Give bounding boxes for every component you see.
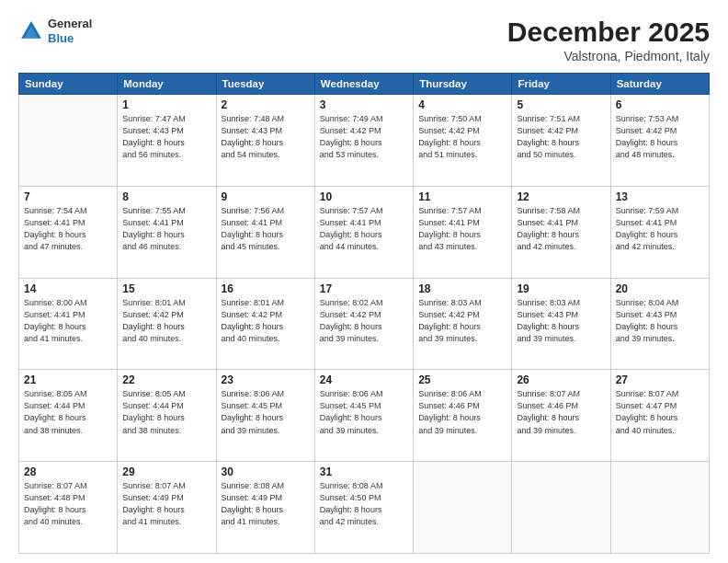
cell-info: Sunrise: 8:02 AM Sunset: 4:42 PM Dayligh…	[320, 297, 408, 345]
table-row: 22Sunrise: 8:05 AM Sunset: 4:44 PM Dayli…	[118, 370, 216, 462]
day-number: 17	[320, 282, 408, 295]
cell-info: Sunrise: 8:05 AM Sunset: 4:44 PM Dayligh…	[122, 388, 210, 436]
table-row: 9Sunrise: 7:56 AM Sunset: 4:41 PM Daylig…	[216, 186, 314, 278]
cell-info: Sunrise: 8:06 AM Sunset: 4:46 PM Dayligh…	[418, 388, 506, 436]
cell-info: Sunrise: 8:05 AM Sunset: 4:44 PM Dayligh…	[24, 388, 112, 436]
table-row: 20Sunrise: 8:04 AM Sunset: 4:43 PM Dayli…	[610, 278, 709, 370]
calendar-week-row: 14Sunrise: 8:00 AM Sunset: 4:41 PM Dayli…	[19, 278, 710, 370]
logo: General Blue	[18, 17, 92, 45]
day-number: 15	[122, 282, 210, 295]
table-row: 17Sunrise: 8:02 AM Sunset: 4:42 PM Dayli…	[314, 278, 413, 370]
cell-info: Sunrise: 8:03 AM Sunset: 4:43 PM Dayligh…	[517, 297, 605, 345]
cell-info: Sunrise: 8:07 AM Sunset: 4:48 PM Dayligh…	[24, 480, 112, 528]
table-row: 26Sunrise: 8:07 AM Sunset: 4:46 PM Dayli…	[512, 370, 610, 462]
table-row: 12Sunrise: 7:58 AM Sunset: 4:41 PM Dayli…	[512, 186, 610, 278]
table-row: 4Sunrise: 7:50 AM Sunset: 4:42 PM Daylig…	[414, 95, 512, 187]
day-number: 2	[222, 98, 310, 111]
cell-info: Sunrise: 8:07 AM Sunset: 4:46 PM Dayligh…	[517, 388, 605, 436]
day-number: 25	[418, 373, 506, 386]
table-row: 10Sunrise: 7:57 AM Sunset: 4:41 PM Dayli…	[314, 186, 413, 278]
calendar-week-row: 7Sunrise: 7:54 AM Sunset: 4:41 PM Daylig…	[19, 186, 710, 278]
cell-info: Sunrise: 8:01 AM Sunset: 4:42 PM Dayligh…	[122, 297, 210, 345]
table-row	[414, 462, 512, 554]
table-row: 7Sunrise: 7:54 AM Sunset: 4:41 PM Daylig…	[19, 186, 118, 278]
day-number: 31	[320, 465, 408, 478]
month-year: December 2025	[507, 17, 710, 47]
table-row: 18Sunrise: 8:03 AM Sunset: 4:42 PM Dayli…	[414, 278, 512, 370]
cell-info: Sunrise: 7:55 AM Sunset: 4:41 PM Dayligh…	[122, 205, 210, 253]
day-number: 4	[418, 98, 506, 111]
cell-info: Sunrise: 7:56 AM Sunset: 4:41 PM Dayligh…	[222, 205, 310, 253]
table-row	[512, 462, 610, 554]
table-row: 8Sunrise: 7:55 AM Sunset: 4:41 PM Daylig…	[118, 186, 216, 278]
table-row: 21Sunrise: 8:05 AM Sunset: 4:44 PM Dayli…	[19, 370, 118, 462]
table-row: 29Sunrise: 8:07 AM Sunset: 4:49 PM Dayli…	[118, 462, 216, 554]
col-sunday: Sunday	[19, 74, 118, 95]
table-row: 2Sunrise: 7:48 AM Sunset: 4:43 PM Daylig…	[216, 95, 314, 187]
day-number: 28	[24, 465, 112, 478]
day-number: 19	[517, 282, 605, 295]
col-saturday: Saturday	[610, 74, 709, 95]
day-number: 30	[222, 465, 310, 478]
title-block: December 2025 Valstrona, Piedmont, Italy	[507, 17, 710, 63]
table-row: 1Sunrise: 7:47 AM Sunset: 4:43 PM Daylig…	[118, 95, 216, 187]
table-row: 19Sunrise: 8:03 AM Sunset: 4:43 PM Dayli…	[512, 278, 610, 370]
table-row: 31Sunrise: 8:08 AM Sunset: 4:50 PM Dayli…	[314, 462, 413, 554]
cell-info: Sunrise: 7:47 AM Sunset: 4:43 PM Dayligh…	[122, 113, 210, 161]
cell-info: Sunrise: 7:57 AM Sunset: 4:41 PM Dayligh…	[418, 205, 506, 253]
calendar-week-row: 1Sunrise: 7:47 AM Sunset: 4:43 PM Daylig…	[19, 95, 710, 187]
cell-info: Sunrise: 8:04 AM Sunset: 4:43 PM Dayligh…	[616, 297, 704, 345]
table-row: 28Sunrise: 8:07 AM Sunset: 4:48 PM Dayli…	[19, 462, 118, 554]
day-number: 13	[616, 190, 704, 203]
cell-info: Sunrise: 8:08 AM Sunset: 4:49 PM Dayligh…	[222, 480, 310, 528]
table-row: 24Sunrise: 8:06 AM Sunset: 4:45 PM Dayli…	[314, 370, 413, 462]
logo-text: General Blue	[48, 17, 92, 45]
table-row: 30Sunrise: 8:08 AM Sunset: 4:49 PM Dayli…	[216, 462, 314, 554]
cell-info: Sunrise: 7:48 AM Sunset: 4:43 PM Dayligh…	[222, 113, 310, 161]
day-number: 26	[517, 373, 605, 386]
cell-info: Sunrise: 7:54 AM Sunset: 4:41 PM Dayligh…	[24, 205, 112, 253]
cell-info: Sunrise: 8:08 AM Sunset: 4:50 PM Dayligh…	[320, 480, 408, 528]
table-row: 23Sunrise: 8:06 AM Sunset: 4:45 PM Dayli…	[216, 370, 314, 462]
header: General Blue December 2025 Valstrona, Pi…	[18, 17, 710, 63]
day-number: 22	[122, 373, 210, 386]
table-row: 25Sunrise: 8:06 AM Sunset: 4:46 PM Dayli…	[414, 370, 512, 462]
day-number: 5	[517, 98, 605, 111]
day-number: 7	[24, 190, 112, 203]
day-number: 23	[222, 373, 310, 386]
day-number: 24	[320, 373, 408, 386]
page: General Blue December 2025 Valstrona, Pi…	[0, 0, 728, 563]
logo-icon	[18, 18, 44, 44]
table-row	[610, 462, 709, 554]
day-number: 8	[122, 190, 210, 203]
day-number: 16	[222, 282, 310, 295]
cell-info: Sunrise: 8:06 AM Sunset: 4:45 PM Dayligh…	[222, 388, 310, 436]
calendar-week-row: 28Sunrise: 8:07 AM Sunset: 4:48 PM Dayli…	[19, 462, 710, 554]
day-number: 11	[418, 190, 506, 203]
table-row: 16Sunrise: 8:01 AM Sunset: 4:42 PM Dayli…	[216, 278, 314, 370]
day-number: 1	[122, 98, 210, 111]
table-row	[19, 95, 118, 187]
cell-info: Sunrise: 8:07 AM Sunset: 4:47 PM Dayligh…	[616, 388, 704, 436]
table-row: 13Sunrise: 7:59 AM Sunset: 4:41 PM Dayli…	[610, 186, 709, 278]
location: Valstrona, Piedmont, Italy	[507, 49, 710, 63]
table-row: 14Sunrise: 8:00 AM Sunset: 4:41 PM Dayli…	[19, 278, 118, 370]
day-number: 21	[24, 373, 112, 386]
table-row: 27Sunrise: 8:07 AM Sunset: 4:47 PM Dayli…	[610, 370, 709, 462]
col-tuesday: Tuesday	[216, 74, 314, 95]
day-number: 6	[616, 98, 704, 111]
cell-info: Sunrise: 8:01 AM Sunset: 4:42 PM Dayligh…	[222, 297, 310, 345]
calendar-table: Sunday Monday Tuesday Wednesday Thursday…	[18, 73, 710, 554]
col-friday: Friday	[512, 74, 610, 95]
day-number: 9	[222, 190, 310, 203]
cell-info: Sunrise: 7:57 AM Sunset: 4:41 PM Dayligh…	[320, 205, 408, 253]
table-row: 11Sunrise: 7:57 AM Sunset: 4:41 PM Dayli…	[414, 186, 512, 278]
table-row: 3Sunrise: 7:49 AM Sunset: 4:42 PM Daylig…	[314, 95, 413, 187]
day-number: 12	[517, 190, 605, 203]
cell-info: Sunrise: 8:03 AM Sunset: 4:42 PM Dayligh…	[418, 297, 506, 345]
cell-info: Sunrise: 7:53 AM Sunset: 4:42 PM Dayligh…	[616, 113, 704, 161]
day-number: 27	[616, 373, 704, 386]
day-number: 3	[320, 98, 408, 111]
day-number: 18	[418, 282, 506, 295]
cell-info: Sunrise: 7:51 AM Sunset: 4:42 PM Dayligh…	[517, 113, 605, 161]
